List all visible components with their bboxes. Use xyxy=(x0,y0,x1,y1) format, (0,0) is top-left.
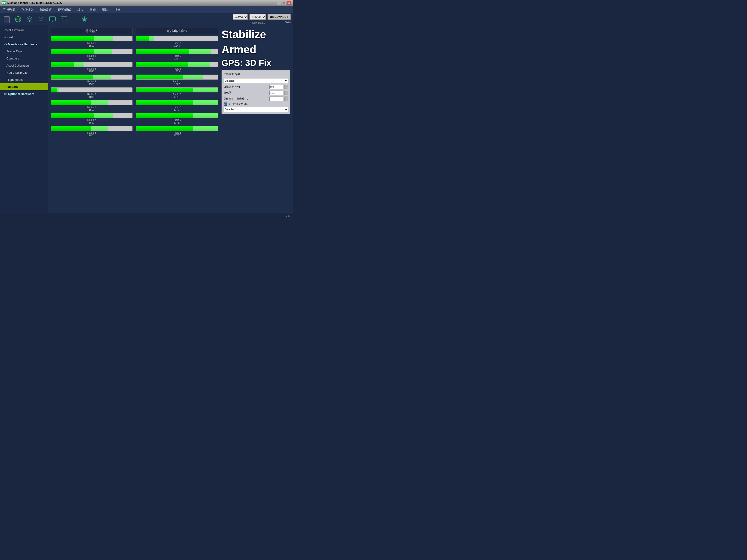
failsafe-battery-input[interactable] xyxy=(269,90,283,95)
menu-flight-data[interactable]: 飞行数据 xyxy=(2,7,17,12)
radio-bar-fill xyxy=(51,75,111,79)
pwm-spin-down[interactable]: ▼ xyxy=(284,87,288,89)
radio-label: Radio 632767 xyxy=(136,106,218,111)
sidebar-item-mandatory-hardware[interactable]: >> Mandatory Hardware xyxy=(0,41,48,48)
radio-label: Radio 21523 xyxy=(51,54,132,60)
sidebar-item-wizard[interactable]: Wizard xyxy=(0,34,48,41)
radio-row: Radio 11144 xyxy=(136,36,218,47)
app-logo: MP xyxy=(2,1,6,5)
link-stats-link[interactable]: Link Stats... xyxy=(252,21,265,24)
failsafe-pwm-input[interactable] xyxy=(269,85,283,89)
radio-bar-container xyxy=(136,100,218,105)
failsafe-gcs-checkbox[interactable]: ✓ xyxy=(224,103,227,106)
com-port-select[interactable]: COM3 xyxy=(233,14,248,20)
menu-initial-setup[interactable]: 初始设置 xyxy=(38,7,53,12)
failsafe-mah-spinner[interactable]: ▲ ▼ xyxy=(284,97,288,101)
sidebar-item-flight-modes[interactable]: Flight Modes xyxy=(0,76,48,83)
svg-rect-0 xyxy=(4,17,9,23)
radio-bar-container xyxy=(51,75,132,80)
sidebar-item-compass[interactable]: Compass xyxy=(0,55,48,62)
menu-help[interactable]: 帮助 xyxy=(101,7,109,12)
battery-spin-up[interactable]: ▲ xyxy=(284,90,288,93)
radio-bar-container xyxy=(51,113,132,118)
radio-bar-fill xyxy=(136,36,154,41)
bottom-bar: ⊞ EN xyxy=(0,213,293,220)
baud-rate-select[interactable]: 115200 xyxy=(250,14,266,20)
failsafe-mah-row: 保留MAH（毫安时）J ▲ ▼ xyxy=(224,97,288,101)
radio-bar-fill xyxy=(136,113,217,118)
radio-bar-container xyxy=(51,62,132,67)
disconnect-button[interactable]: DISCONNECT xyxy=(267,14,291,20)
radio-bar-fill xyxy=(51,126,108,131)
terminal-icon[interactable] xyxy=(59,15,69,24)
battery-spin-down[interactable]: ▼ xyxy=(284,93,288,95)
sidebar-item-radio-calibration[interactable]: Radio Calibration xyxy=(0,69,48,76)
failsafe-title: 失控保护选项 xyxy=(224,72,288,77)
menu-config[interactable]: 配置/调试 xyxy=(57,7,72,12)
config-icon[interactable] xyxy=(36,15,46,24)
sidebar-item-optional-hardware[interactable]: >> Optional Hardware xyxy=(0,90,48,98)
connection-area: COM3 115200 DISCONNECT xyxy=(233,14,291,20)
failsafe-battery-row: 低电里 ▲ ▼ xyxy=(224,90,288,95)
radio-input-header: 遥控输入 xyxy=(51,28,132,34)
menu-donate[interactable]: 捐赠 xyxy=(113,7,122,12)
radio-bar-fill xyxy=(136,49,211,54)
mah-spin-up[interactable]: ▲ xyxy=(284,97,288,99)
radio-label: Radio 81501 xyxy=(51,131,132,137)
sidebar-item-accel-calibration[interactable]: Accel Calibration xyxy=(0,62,48,69)
menu-flight-plan[interactable]: 飞行计划 xyxy=(20,7,35,12)
radio-label: Radio 532767 xyxy=(136,93,218,98)
setup-icon[interactable] xyxy=(25,15,34,24)
radio-row: Radio 41627 xyxy=(136,75,218,85)
svg-point-8 xyxy=(40,18,42,20)
bottom-status: ⊞ EN xyxy=(285,215,291,218)
servo-output-channels: Radio 11144 Radio 21737 Radio 31733 Radi… xyxy=(136,36,218,139)
radio-label: Radio 31733 xyxy=(136,67,218,73)
radio-label: Radio 31520 xyxy=(51,67,132,73)
mah-spin-down[interactable]: ▼ xyxy=(284,99,288,101)
radio-bar-fill xyxy=(51,88,59,92)
sidebar-item-failsafe[interactable]: FailSafe xyxy=(0,83,48,90)
status-gps: GPS: 3D Fix xyxy=(222,58,290,69)
monitor-icon[interactable] xyxy=(48,15,57,24)
flight-data-icon[interactable] xyxy=(2,15,11,24)
radio-label: Radio 21737 xyxy=(136,54,218,60)
failsafe-mah-input[interactable] xyxy=(269,97,283,101)
airplane-icon[interactable] xyxy=(80,15,89,24)
radio-row: Radio 71522 xyxy=(51,113,132,124)
svg-rect-9 xyxy=(49,17,55,21)
radio-bar-fill xyxy=(136,62,210,66)
radio-bar-fill xyxy=(136,88,217,92)
servo-output-header: 舵机/电机输出 xyxy=(136,28,218,34)
radio-bar-container xyxy=(51,87,132,92)
radio-row: Radio 11522 xyxy=(51,36,132,47)
wiki-link[interactable]: Wiki xyxy=(285,21,291,24)
sidebar-item-install-firmware[interactable]: Install Firmware xyxy=(0,27,48,34)
radio-bar-container xyxy=(51,100,132,105)
radio-label: Radio 61501 xyxy=(51,106,132,111)
failsafe-pwm-spinner[interactable]: ▲ ▼ xyxy=(284,85,288,89)
minimize-button[interactable]: ─ xyxy=(277,1,281,5)
window-controls[interactable]: ─ □ ✕ xyxy=(277,1,291,5)
maximize-button[interactable]: □ xyxy=(282,1,286,5)
radio-row: Radio 21737 xyxy=(136,49,218,60)
radio-bar-fill xyxy=(51,49,112,54)
failsafe-dropdown2[interactable]: Disabled xyxy=(224,107,288,112)
failsafe-battery-spinner[interactable]: ▲ ▼ xyxy=(284,90,288,95)
sidebar: Install Firmware Wizard >> Mandatory Har… xyxy=(0,25,48,218)
right-panel: Stabilize Armed GPS: 3D Fix 失控保护选项 Disab… xyxy=(222,28,290,215)
radio-row: Radio 31733 xyxy=(136,62,218,73)
sidebar-item-frame-type[interactable]: Frame Type xyxy=(0,48,48,55)
radio-label: Radio 832767 xyxy=(136,131,218,137)
failsafe-dropdown1[interactable]: Disabled xyxy=(224,78,288,83)
close-button[interactable]: ✕ xyxy=(287,1,291,5)
pwm-spin-up[interactable]: ▲ xyxy=(284,85,288,87)
menu-simulation[interactable]: 模拟 xyxy=(76,7,85,12)
radio-row: Radio 31520 xyxy=(51,62,132,73)
radio-bar-fill xyxy=(51,36,113,41)
globe-icon[interactable] xyxy=(13,15,23,24)
radio-bar-fill xyxy=(136,75,203,79)
menu-terminal[interactable]: 终端 xyxy=(88,7,97,12)
content-area: 遥控输入 Radio 11522 Radio 21523 Radio 31520 xyxy=(48,25,293,218)
failsafe-pwm-row: 故障保护PWm ▲ ▼ xyxy=(224,85,288,89)
